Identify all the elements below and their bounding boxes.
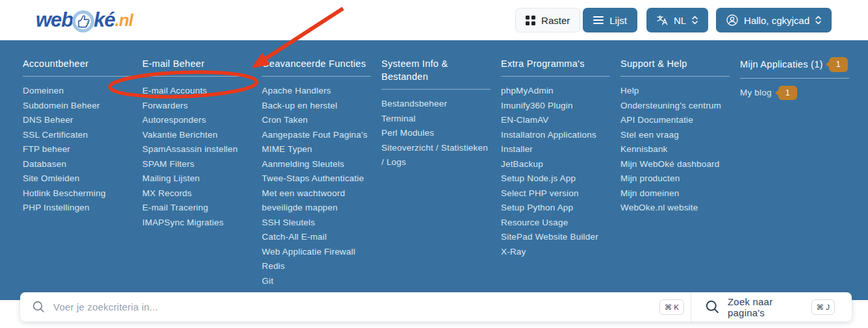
divider [501, 76, 610, 77]
criteria-search-section: ⌘ K [20, 292, 691, 322]
count-badge: 1 [829, 57, 848, 72]
menu-item-php-instellingen[interactable]: PHP Instellingen [23, 201, 132, 216]
lijst-view-button[interactable]: Lijst [583, 8, 637, 32]
menu-item-imapsync-migraties[interactable]: IMAPSync Migraties [142, 216, 251, 231]
person-circle-icon [726, 14, 738, 26]
top-header: web ké .nl Raste [0, 0, 868, 40]
menu-item-terminal[interactable]: Terminal [381, 112, 491, 127]
menu-item-mailing-lijsten[interactable]: Mailing Lijsten [142, 171, 251, 186]
user-menu-button[interactable]: Hallo, cgkyjcad [716, 8, 832, 32]
menu-column-extra-programmas: Extra Programma's phpMyAdmin Imunify360 … [501, 57, 620, 288]
menu-item-email-tracering[interactable]: E-mail Tracering [142, 201, 251, 216]
menu-item-wachtwoord-beveiligde-mappen[interactable]: Met een wachtwoord beveiligde mappen [262, 186, 371, 216]
menu-item-siteoverzicht-statistieken-logs[interactable]: Siteoverzicht / Statistieken / Logs [381, 141, 491, 170]
column-title: Mijn Applicaties (1) [740, 58, 823, 71]
menu-column-email-beheer: E-mail Beheer E-mail Accounts Forwarders… [142, 57, 262, 288]
menu-item-imunify360-plugin[interactable]: Imunify360 Plugin [501, 99, 610, 114]
column-title: Extra Programma's [501, 57, 610, 70]
menu-item-mime-typen[interactable]: MIME Typen [262, 142, 371, 157]
menu-column-systeem-info: Systeem Info & Bestanden Bestandsbeheer … [381, 57, 501, 288]
menu-item-domeinen[interactable]: Domeinen [23, 84, 132, 99]
menu-item-en-clamav[interactable]: EN-ClamAV [501, 113, 610, 128]
menu-item-phpmyadmin[interactable]: phpMyAdmin [501, 84, 610, 99]
menu-item-mijn-weboke-dashboard[interactable]: Mijn WebOké dashboard [620, 157, 730, 172]
menu-item-x-ray[interactable]: X-Ray [501, 245, 610, 260]
menu-item-help[interactable]: Help [620, 84, 730, 99]
column-title: Systeem Info & Bestanden [381, 57, 491, 83]
menu-column-geavanceerde-functies: Geavanceerde Functies Apache Handlers Ba… [262, 57, 381, 288]
menu-item-site-omleiden[interactable]: Site Omleiden [23, 171, 132, 186]
menu-item-mijn-producten[interactable]: Mijn producten [620, 171, 730, 186]
divider [262, 76, 371, 77]
search-input[interactable] [53, 301, 651, 312]
menu-item-email-accounts[interactable]: E-mail Accounts [142, 84, 251, 99]
menu-item-setup-python-app[interactable]: Setup Python App [501, 201, 610, 216]
menu-item-dns-beheer[interactable]: DNS Beheer [23, 113, 132, 128]
page-search-button[interactable]: Zoek naar pagina's ⌘ J [691, 292, 852, 322]
menu-item-spam-filters[interactable]: SPAM Filters [142, 157, 251, 172]
menu-item-weboke-website[interactable]: WebOke.nl website [620, 201, 730, 216]
menu-item-select-php-version[interactable]: Select PHP version [501, 186, 610, 201]
menu-item-jetbackup[interactable]: JetBackup [501, 157, 610, 172]
menu-item-api-documentatie[interactable]: API Documentatie [620, 113, 730, 128]
menu-item-web-applicatie-firewall[interactable]: Web Applicatie Firewall [262, 245, 371, 260]
shortcut-cmd-j: ⌘ J [811, 299, 835, 315]
raster-label: Raster [541, 15, 570, 26]
thumbs-up-icon [71, 10, 95, 33]
list-icon [593, 16, 604, 24]
menu-column-support-help: Support & Help Help Ondersteuning's cent… [620, 57, 740, 288]
menu-item-autoresponders[interactable]: Autoresponders [142, 113, 251, 128]
menu-item-redis[interactable]: Redis [262, 259, 371, 274]
menu-item-stel-een-vraag[interactable]: Stel een vraag [620, 128, 730, 143]
menu-item-installatron-applications-installer[interactable]: Installatron Applications Installer [501, 128, 610, 157]
raster-view-button[interactable]: Raster [515, 8, 580, 32]
menu-item-databasen[interactable]: Databasen [23, 157, 132, 172]
chevron-updown-icon [815, 16, 821, 25]
menu-item-resource-usage[interactable]: Resource Usage [501, 216, 610, 231]
menu-item-aangepaste-fout-paginas[interactable]: Aangepaste Fout Pagina's [262, 128, 371, 143]
menu-column-accountbeheer: Accountbeheer Domeinen Subdomein Beheer … [23, 57, 142, 288]
logo-text-nl: .nl [115, 10, 133, 31]
menu-item-perl-modules[interactable]: Perl Modules [381, 126, 491, 141]
menu-item-mijn-domeinen[interactable]: Mijn domeinen [620, 186, 730, 201]
menu-item-aanmelding-sleutels[interactable]: Aanmelding Sleutels [262, 157, 371, 172]
search-icon [706, 300, 719, 314]
mega-menu-panel: Accountbeheer Domeinen Subdomein Beheer … [0, 40, 868, 300]
menu-item-ftp-beheer[interactable]: FTP beheer [23, 142, 132, 157]
menu-item-kennisbank[interactable]: Kennisbank [620, 142, 730, 157]
menu-item-spamassassin-instellen[interactable]: SpamAssassin instellen [142, 142, 251, 157]
weboke-control-panel: web ké .nl Raste [0, 0, 868, 328]
menu-item-vakantie-berichten[interactable]: Vakantie Berichten [142, 128, 251, 143]
menu-item-setup-nodejs-app[interactable]: Setup Node.js App [501, 171, 610, 186]
divider [620, 76, 730, 77]
logo[interactable]: web ké .nl [36, 8, 133, 32]
menu-item-ssl-certificaten[interactable]: SSL Certificaten [23, 128, 132, 143]
menu-item-subdomein-beheer[interactable]: Subdomein Beheer [23, 99, 132, 114]
language-selector[interactable]: NL [646, 8, 708, 32]
menu-item-sitepad-website-builder[interactable]: SitePad Website Builder [501, 230, 610, 245]
menu-item-my-blog[interactable]: My blog [740, 86, 772, 101]
search-icon [32, 301, 45, 313]
divider [23, 76, 132, 77]
column-title: Accountbeheer [23, 57, 132, 70]
menu-item-cron-taken[interactable]: Cron Taken [262, 113, 371, 128]
divider [142, 76, 251, 77]
menu-item-ssh-sleutels[interactable]: SSH Sleutels [262, 216, 371, 231]
divider [740, 78, 849, 79]
menu-item-ondersteunings-centrum[interactable]: Ondersteuning's centrum [620, 99, 730, 114]
menu-item-git[interactable]: Git [262, 274, 371, 289]
translate-icon [657, 15, 668, 25]
menu-item-bestandsbeheer[interactable]: Bestandsbeheer [381, 97, 491, 112]
menu-item-mx-records[interactable]: MX Records [142, 186, 251, 201]
menu-item-forwarders[interactable]: Forwarders [142, 99, 251, 114]
column-title: Support & Help [620, 57, 730, 70]
menu-item-hotlink-bescherming[interactable]: Hotlink Bescherming [23, 186, 132, 201]
menu-item-catch-all-email[interactable]: Catch-All E-mail [262, 230, 371, 245]
menu-item-backup-en-herstel[interactable]: Back-up en herstel [262, 99, 371, 114]
grid-icon [526, 16, 535, 25]
menu-item-twee-staps-authenticatie[interactable]: Twee-Staps Authenticatie [262, 171, 371, 186]
menu-item-apache-handlers[interactable]: Apache Handlers [262, 84, 371, 99]
chevron-updown-icon [692, 16, 698, 25]
count-badge: 1 [778, 86, 797, 101]
logo-text-ke: ké [94, 8, 114, 32]
